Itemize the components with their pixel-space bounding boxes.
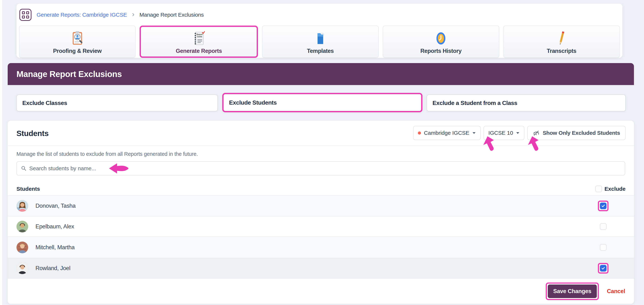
avatar <box>16 262 28 274</box>
search-icon <box>21 165 27 171</box>
page-title: Manage Report Exclusions <box>16 69 122 79</box>
clipboard-review-icon <box>70 29 85 46</box>
tab-label: Proofing & Review <box>53 48 102 54</box>
show-only-excluded-button[interactable]: Show Only Excluded Students <box>527 126 626 140</box>
exclude-classes-label: Exclude Classes <box>22 100 67 106</box>
tab-proofing-review[interactable]: Proofing & Review <box>19 25 136 58</box>
student-row: Mitchell, Martha <box>8 236 634 258</box>
student-name: Mitchell, Martha <box>36 244 75 251</box>
eye-off-icon <box>533 129 540 136</box>
select-all-exclude-checkbox[interactable] <box>595 186 602 192</box>
avatar <box>16 200 28 212</box>
exclude-students-label: Exclude Students <box>229 99 277 106</box>
breadcrumb-current: Manage Report Exclusions <box>140 12 204 18</box>
exclude-column-header: Exclude <box>604 186 626 192</box>
students-column-header: Students <box>16 186 40 192</box>
chevron-down-icon <box>516 132 520 134</box>
tab-label: Generate Reports <box>176 48 222 54</box>
breadcrumb-separator-icon: › <box>132 14 134 15</box>
pencil-icon <box>554 29 569 46</box>
report-cards-icon: Report Cards <box>191 29 206 46</box>
grade-dropdown[interactable]: IGCSE 10 <box>484 126 524 140</box>
breadcrumb: Generate Reports: Cambridge IGCSE › Mana… <box>20 8 204 21</box>
programme-dropdown[interactable]: Cambridge IGCSE <box>413 126 480 140</box>
student-name: Epelbaum, Alex <box>36 223 74 230</box>
exclude-checkbox-checked[interactable] <box>600 203 606 209</box>
folder-icon <box>313 29 328 46</box>
avatar <box>16 242 28 253</box>
breadcrumb-link[interactable]: Generate Reports: Cambridge IGCSE <box>36 12 127 18</box>
tab-label: Templates <box>307 48 334 54</box>
programme-dropdown-value: Cambridge IGCSE <box>424 130 469 136</box>
annotation-highlight-ring <box>598 201 608 211</box>
student-rows: Donovan, Tasha Epelbaum, Alex <box>8 195 634 278</box>
programme-dot-icon <box>418 131 421 135</box>
student-name: Donovan, Tasha <box>36 203 76 209</box>
top-navigation-card: Generate Reports: Cambridge IGCSE › Mana… <box>16 4 622 58</box>
clock-icon <box>434 29 448 46</box>
exclude-classes-button[interactable]: Exclude Classes <box>16 94 218 111</box>
exclude-checkbox-checked[interactable] <box>600 265 606 272</box>
student-row: Epelbaum, Alex <box>8 216 634 236</box>
exclude-checkbox-unchecked[interactable] <box>600 244 606 251</box>
exclude-student-from-class-label: Exclude a Student from a Class <box>432 100 517 106</box>
save-changes-button[interactable]: Save Changes <box>548 285 597 298</box>
avatar <box>16 221 28 232</box>
annotation-highlight-ring <box>598 263 608 274</box>
apps-grid-button[interactable] <box>20 9 32 21</box>
student-name: Rowland, Joel <box>36 265 70 272</box>
tab-transcripts[interactable]: Transcripts <box>503 25 620 58</box>
grid-icon <box>22 11 29 18</box>
section-tabs: Proofing & Review Report Cards Generate … <box>19 25 620 58</box>
student-search <box>16 161 625 176</box>
tab-templates[interactable]: Templates <box>262 25 378 58</box>
table-header-row: Students Exclude <box>8 183 634 195</box>
tab-generate-reports[interactable]: Report Cards Generate Reports <box>140 25 258 58</box>
annotation-highlight-ring: Save Changes <box>546 283 599 300</box>
divider <box>8 146 634 146</box>
student-row: Rowland, Joel <box>8 258 634 278</box>
students-section-heading: Students <box>16 129 49 138</box>
filters: Cambridge IGCSE IGCSE 10 Show Only Exclu… <box>413 126 626 140</box>
tab-label: Transcripts <box>547 48 576 54</box>
exclude-checkbox-unchecked[interactable] <box>600 223 606 230</box>
exclude-student-from-class-button[interactable]: Exclude a Student from a Class <box>427 94 626 111</box>
chevron-down-icon <box>472 132 476 134</box>
cancel-link[interactable]: Cancel <box>607 288 625 295</box>
students-description: Manage the list of students to exclude f… <box>16 151 198 157</box>
svg-text:Cards: Cards <box>197 36 202 38</box>
student-row: Donovan, Tasha <box>8 195 634 216</box>
show-only-excluded-label: Show Only Excluded Students <box>543 130 620 136</box>
tab-label: Reports History <box>420 48 462 54</box>
exclude-students-button[interactable]: Exclude Students <box>222 93 422 112</box>
svg-text:Report: Report <box>196 33 203 35</box>
tab-reports-history[interactable]: Reports History <box>383 25 499 58</box>
page-header: Manage Report Exclusions <box>8 63 634 85</box>
grade-dropdown-value: IGCSE 10 <box>488 130 513 136</box>
page-edge <box>0 0 2 305</box>
students-card: Students Cambridge IGCSE IGCSE 10 Show O… <box>8 121 634 304</box>
footer-actions: Save Changes Cancel <box>8 278 634 304</box>
search-input[interactable] <box>29 165 621 172</box>
